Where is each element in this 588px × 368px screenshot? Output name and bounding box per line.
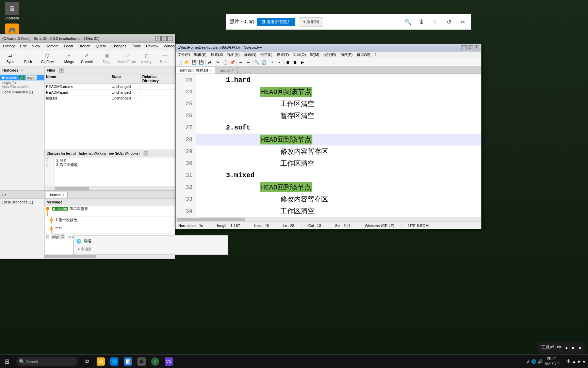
tab-main[interactable]: samrtGit_教程.txt ×	[176, 67, 215, 74]
table-row[interactable]: README.en.md Unchanged	[45, 84, 175, 90]
sync-button[interactable]: ⇄ Sync	[2, 50, 19, 65]
menu-review[interactable]: Review	[143, 43, 161, 49]
sidebar-item-origin[interactable]: origin (1) https://gitee.com/ia	[0, 80, 44, 89]
taskbar-explorer[interactable]: 📁	[94, 355, 108, 368]
npp-menu-tools[interactable]: 工具(O)	[291, 51, 308, 58]
npp-maximize-button[interactable]: □	[468, 45, 473, 50]
npp-zoom-in-button[interactable]: +	[269, 59, 276, 66]
table-row[interactable]: README.md Unchanged	[45, 90, 175, 95]
npp-open-button[interactable]: 📂	[183, 59, 190, 66]
expand-tray-button[interactable]: ∧	[527, 359, 530, 364]
npp-menu-run[interactable]: 运行(R)	[321, 51, 338, 58]
sidebar-item-master[interactable]: ▶ master 3× origin	[0, 75, 44, 80]
taskbar-edge[interactable]: 🌐	[108, 355, 121, 368]
menu-view[interactable]: View	[29, 43, 43, 49]
npp-redo-button[interactable]: ↪	[245, 59, 251, 66]
crop-photo-button[interactable]: ✂	[457, 16, 468, 27]
editor-line-32: HEAD回到该节点	[196, 181, 481, 193]
taskbar-photos[interactable]: 🖼	[135, 355, 148, 368]
tab-test[interactable]: test.txt ×	[216, 67, 238, 74]
journal-close-icon[interactable]: ×	[62, 193, 64, 197]
npp-menu-settings[interactable]: 设置(T)	[275, 51, 291, 58]
menu-query[interactable]: Query	[93, 43, 109, 49]
list-item[interactable]: ▶ master 第二次修改	[45, 205, 175, 217]
npp-minimize-button[interactable]: ─	[461, 45, 467, 50]
npp-menu-search[interactable]: 搜索(S)	[209, 51, 225, 58]
notepad-editor[interactable]: 23 24 25 26 27 28 29 30 31 32 33 34 1.ha…	[176, 74, 481, 217]
npp-menu-file[interactable]: 文件(F)	[176, 51, 192, 58]
change-line-1: 2.第二次修改	[56, 162, 174, 167]
push-button[interactable]: ↑ Push	[19, 50, 36, 65]
rotate-photo-button[interactable]: ↺	[443, 16, 454, 27]
git-flow-button[interactable]: ⬡ Git-Flow	[37, 50, 58, 65]
npp-menu-macro[interactable]: 宏(M)	[308, 51, 322, 58]
npp-zoom-out-button[interactable]: -	[276, 59, 283, 66]
menu-edit[interactable]: Edit	[17, 43, 29, 49]
favorite-photo-button[interactable]: ♡	[430, 16, 441, 27]
npp-menu-plugins[interactable]: 插件(P)	[338, 51, 355, 58]
npp-menu-window[interactable]: 窗口(W)	[355, 51, 372, 58]
maximize-button[interactable]: □	[161, 36, 167, 41]
npp-copy-button[interactable]: 📋	[222, 59, 229, 66]
journal-scroll-thumb[interactable]	[45, 255, 96, 258]
npp-menu-help[interactable]: ?	[372, 51, 378, 58]
npp-undo-button[interactable]: ↩	[238, 59, 244, 66]
merge-button[interactable]: ⑃ Merge	[61, 50, 78, 65]
npp-saveall-button[interactable]: 💾	[198, 59, 205, 66]
commit-button[interactable]: ✓ Commit	[78, 50, 95, 65]
menu-tools[interactable]: Tools	[129, 43, 144, 49]
tab-test-close[interactable]: ×	[232, 68, 234, 72]
task-view-button[interactable]: ⧉	[80, 355, 94, 368]
menu-remote[interactable]: Remote	[43, 43, 62, 49]
journal-tab[interactable]: Journal ×	[46, 192, 68, 198]
ime-zh[interactable]: 中	[567, 358, 571, 364]
close-button[interactable]: ×	[167, 36, 173, 41]
search-photo-button[interactable]: 🔍	[403, 16, 413, 27]
npp-menu-lang[interactable]: 语言(L)	[258, 51, 274, 58]
changes-close-button[interactable]: ×	[144, 151, 148, 156]
npp-print-button[interactable]: 🖨	[206, 59, 213, 66]
npp-replace-button[interactable]: 🔄	[260, 59, 267, 66]
npp-close-button[interactable]: ×	[474, 45, 479, 50]
npp-cut-button[interactable]: ✂	[215, 59, 222, 66]
menu-history[interactable]: History	[0, 43, 17, 49]
npp-paste-button[interactable]: 📌	[229, 59, 236, 66]
table-row[interactable]: test.txt Unchanged	[45, 95, 175, 101]
scroll-thumb[interactable]	[55, 187, 89, 190]
start-button[interactable]: ⊞	[0, 355, 14, 368]
minimize-button[interactable]: ─	[155, 36, 161, 41]
files-close-button[interactable]: ×	[59, 68, 64, 73]
npp-find-button[interactable]: 🔍	[253, 59, 260, 66]
delete-photo-button[interactable]: 🗑	[416, 16, 427, 27]
npp-menu-encoding[interactable]: 编码(N)	[242, 51, 258, 58]
editor-content[interactable]: 1.hard HEAD回到该节点 工作区清空 暂存区清空 2.soft HEAD…	[196, 74, 481, 217]
network-item[interactable]: 🌐 网络	[75, 237, 226, 245]
npp-save-button[interactable]: 💾	[191, 59, 197, 66]
taskbar-search[interactable]: 🔍 Search	[14, 355, 80, 368]
notepad-scrollbar[interactable]	[176, 217, 481, 221]
menu-branch[interactable]: Branch	[76, 43, 93, 49]
npp-menu-edit[interactable]: 编辑(E)	[192, 51, 209, 58]
list-item[interactable]: 1.第一次修改	[45, 217, 175, 225]
npp-stop-button[interactable]: ⏹	[292, 59, 298, 66]
changes-scrollbar[interactable]	[45, 186, 175, 190]
line-num-29: 29	[177, 145, 194, 157]
taskbar-notepad[interactable]: 📝	[121, 355, 135, 368]
tab-main-close[interactable]: ×	[209, 68, 211, 72]
menu-local[interactable]: Local	[61, 43, 76, 49]
localized-icon-item[interactable]: 🖥 Localized	[2, 2, 22, 20]
list-item[interactable]: test	[45, 225, 175, 234]
npp-play-button[interactable]: ▶	[299, 59, 306, 66]
taskbar-vsstudio[interactable]: VS	[162, 355, 176, 368]
window-controls: ─ □ ×	[155, 36, 173, 41]
taskbar-smartgit[interactable]: ⑃	[148, 355, 162, 368]
npp-scroll-thumb[interactable]	[177, 218, 245, 221]
npp-record-button[interactable]: ⏺	[284, 59, 291, 66]
npp-menu-view[interactable]: 视图(V)	[225, 51, 242, 58]
npp-new-button[interactable]: 📄	[176, 59, 183, 66]
menu-changes[interactable]: Changes	[109, 43, 129, 49]
add-to-button[interactable]: + 添加到	[299, 17, 323, 27]
origin-commit-badge: origin C	[51, 234, 65, 239]
commit-line	[47, 210, 48, 216]
view-all-photos-button[interactable]: 🖼 查看所有照片	[257, 18, 295, 26]
